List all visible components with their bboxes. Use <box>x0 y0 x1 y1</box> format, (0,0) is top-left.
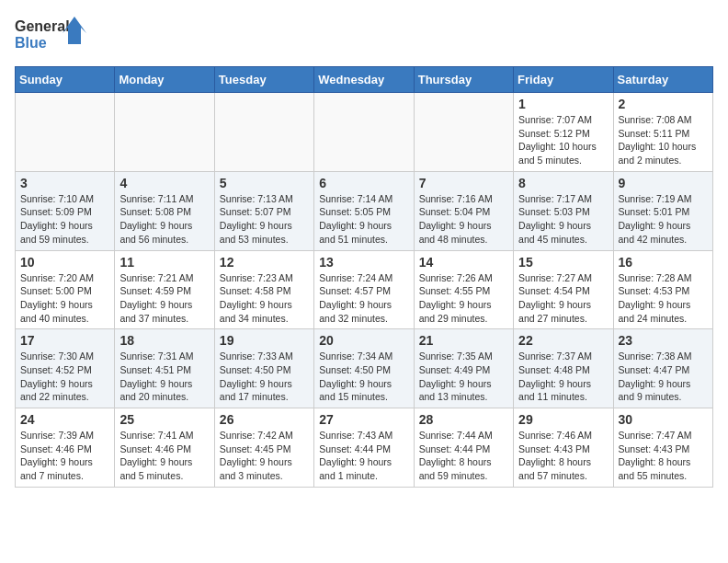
day-number: 7 <box>419 176 508 190</box>
day-cell <box>414 93 513 172</box>
day-cell: 8Sunrise: 7:17 AM Sunset: 5:03 PM Daylig… <box>514 171 613 250</box>
day-cell: 5Sunrise: 7:13 AM Sunset: 5:07 PM Daylig… <box>214 171 313 250</box>
day-cell: 6Sunrise: 7:14 AM Sunset: 5:05 PM Daylig… <box>314 171 414 250</box>
day-cell: 24Sunrise: 7:39 AM Sunset: 4:46 PM Dayli… <box>16 408 115 488</box>
day-cell: 29Sunrise: 7:46 AM Sunset: 4:43 PM Dayli… <box>514 408 613 488</box>
week-row-2: 3Sunrise: 7:10 AM Sunset: 5:09 PM Daylig… <box>16 171 713 250</box>
day-number: 22 <box>518 333 608 348</box>
day-number: 25 <box>119 412 209 427</box>
day-number: 21 <box>419 333 508 348</box>
day-cell: 28Sunrise: 7:44 AM Sunset: 4:44 PM Dayli… <box>414 408 513 488</box>
day-cell: 23Sunrise: 7:38 AM Sunset: 4:47 PM Dayli… <box>613 329 712 408</box>
day-number: 6 <box>319 176 408 190</box>
day-cell <box>16 93 115 172</box>
day-number: 9 <box>619 176 708 190</box>
day-number: 29 <box>518 412 608 427</box>
weekday-header-saturday: Saturday <box>613 67 712 93</box>
day-number: 15 <box>518 255 608 270</box>
day-info: Sunrise: 7:44 AM Sunset: 4:44 PM Dayligh… <box>419 429 508 483</box>
day-info: Sunrise: 7:35 AM Sunset: 4:49 PM Dayligh… <box>419 350 508 404</box>
weekday-header-friday: Friday <box>514 67 613 93</box>
day-info: Sunrise: 7:11 AM Sunset: 5:08 PM Dayligh… <box>119 192 209 247</box>
day-cell: 16Sunrise: 7:28 AM Sunset: 4:53 PM Dayli… <box>613 250 712 329</box>
day-number: 12 <box>220 255 309 270</box>
day-number: 28 <box>419 412 508 427</box>
day-number: 10 <box>20 255 109 270</box>
logo-svg: GeneralBlue <box>15 15 88 55</box>
day-info: Sunrise: 7:14 AM Sunset: 5:05 PM Dayligh… <box>319 192 408 247</box>
day-number: 13 <box>319 255 408 270</box>
day-cell: 2Sunrise: 7:08 AM Sunset: 5:11 PM Daylig… <box>613 93 712 172</box>
day-cell: 4Sunrise: 7:11 AM Sunset: 5:08 PM Daylig… <box>115 171 214 250</box>
day-number: 8 <box>518 176 608 190</box>
day-number: 2 <box>619 97 708 111</box>
day-number: 30 <box>619 412 708 427</box>
weekday-header-sunday: Sunday <box>16 67 115 93</box>
calendar-table: SundayMondayTuesdayWednesdayThursdayFrid… <box>15 66 713 488</box>
day-cell: 11Sunrise: 7:21 AM Sunset: 4:59 PM Dayli… <box>115 250 214 329</box>
day-number: 11 <box>119 255 209 270</box>
weekday-header-thursday: Thursday <box>414 67 513 93</box>
day-cell: 17Sunrise: 7:30 AM Sunset: 4:52 PM Dayli… <box>16 329 115 408</box>
day-number: 24 <box>20 412 109 427</box>
weekday-header-tuesday: Tuesday <box>214 67 313 93</box>
day-info: Sunrise: 7:13 AM Sunset: 5:07 PM Dayligh… <box>220 192 309 247</box>
day-info: Sunrise: 7:07 AM Sunset: 5:12 PM Dayligh… <box>518 113 608 167</box>
day-cell: 27Sunrise: 7:43 AM Sunset: 4:44 PM Dayli… <box>314 408 414 488</box>
day-cell <box>115 93 214 172</box>
day-info: Sunrise: 7:46 AM Sunset: 4:43 PM Dayligh… <box>518 429 608 483</box>
day-cell: 18Sunrise: 7:31 AM Sunset: 4:51 PM Dayli… <box>115 329 214 408</box>
day-info: Sunrise: 7:28 AM Sunset: 4:53 PM Dayligh… <box>619 271 708 326</box>
day-cell: 3Sunrise: 7:10 AM Sunset: 5:09 PM Daylig… <box>16 171 115 250</box>
day-number: 26 <box>220 412 309 427</box>
svg-text:Blue: Blue <box>15 35 47 51</box>
day-number: 14 <box>419 255 508 270</box>
day-number: 27 <box>319 412 408 427</box>
day-cell <box>214 93 313 172</box>
day-cell: 21Sunrise: 7:35 AM Sunset: 4:49 PM Dayli… <box>414 329 513 408</box>
day-number: 5 <box>220 176 309 190</box>
weekday-header-monday: Monday <box>115 67 214 93</box>
day-cell: 10Sunrise: 7:20 AM Sunset: 5:00 PM Dayli… <box>16 250 115 329</box>
week-row-4: 17Sunrise: 7:30 AM Sunset: 4:52 PM Dayli… <box>16 329 713 408</box>
day-cell: 14Sunrise: 7:26 AM Sunset: 4:55 PM Dayli… <box>414 250 513 329</box>
day-cell: 15Sunrise: 7:27 AM Sunset: 4:54 PM Dayli… <box>514 250 613 329</box>
day-cell: 26Sunrise: 7:42 AM Sunset: 4:45 PM Dayli… <box>214 408 313 488</box>
day-info: Sunrise: 7:31 AM Sunset: 4:51 PM Dayligh… <box>119 350 209 404</box>
day-number: 1 <box>518 97 608 111</box>
day-info: Sunrise: 7:24 AM Sunset: 4:57 PM Dayligh… <box>319 271 408 326</box>
day-info: Sunrise: 7:39 AM Sunset: 4:46 PM Dayligh… <box>20 429 109 483</box>
day-number: 19 <box>220 333 309 348</box>
day-cell: 22Sunrise: 7:37 AM Sunset: 4:48 PM Dayli… <box>514 329 613 408</box>
day-info: Sunrise: 7:26 AM Sunset: 4:55 PM Dayligh… <box>419 271 508 326</box>
header: GeneralBlue <box>15 15 713 55</box>
day-info: Sunrise: 7:30 AM Sunset: 4:52 PM Dayligh… <box>20 350 109 404</box>
day-info: Sunrise: 7:23 AM Sunset: 4:58 PM Dayligh… <box>220 271 309 326</box>
day-info: Sunrise: 7:08 AM Sunset: 5:11 PM Dayligh… <box>619 113 708 167</box>
day-cell: 12Sunrise: 7:23 AM Sunset: 4:58 PM Dayli… <box>214 250 313 329</box>
day-info: Sunrise: 7:42 AM Sunset: 4:45 PM Dayligh… <box>220 429 309 483</box>
day-info: Sunrise: 7:10 AM Sunset: 5:09 PM Dayligh… <box>20 192 109 247</box>
day-number: 4 <box>119 176 209 190</box>
day-number: 3 <box>20 176 109 190</box>
day-info: Sunrise: 7:20 AM Sunset: 5:00 PM Dayligh… <box>20 271 109 326</box>
day-cell <box>314 93 414 172</box>
day-number: 18 <box>119 333 209 348</box>
day-cell: 20Sunrise: 7:34 AM Sunset: 4:50 PM Dayli… <box>314 329 414 408</box>
day-info: Sunrise: 7:38 AM Sunset: 4:47 PM Dayligh… <box>619 350 708 404</box>
day-info: Sunrise: 7:34 AM Sunset: 4:50 PM Dayligh… <box>319 350 408 404</box>
day-number: 23 <box>619 333 708 348</box>
day-number: 17 <box>20 333 109 348</box>
day-info: Sunrise: 7:21 AM Sunset: 4:59 PM Dayligh… <box>119 271 209 326</box>
day-cell: 25Sunrise: 7:41 AM Sunset: 4:46 PM Dayli… <box>115 408 214 488</box>
day-number: 20 <box>319 333 408 348</box>
day-info: Sunrise: 7:43 AM Sunset: 4:44 PM Dayligh… <box>319 429 408 483</box>
week-row-1: 1Sunrise: 7:07 AM Sunset: 5:12 PM Daylig… <box>16 93 713 172</box>
weekday-header-wednesday: Wednesday <box>314 67 414 93</box>
day-info: Sunrise: 7:47 AM Sunset: 4:43 PM Dayligh… <box>619 429 708 483</box>
day-info: Sunrise: 7:33 AM Sunset: 4:50 PM Dayligh… <box>220 350 309 404</box>
weekday-header-row: SundayMondayTuesdayWednesdayThursdayFrid… <box>16 67 713 93</box>
day-info: Sunrise: 7:41 AM Sunset: 4:46 PM Dayligh… <box>119 429 209 483</box>
day-info: Sunrise: 7:27 AM Sunset: 4:54 PM Dayligh… <box>518 271 608 326</box>
week-row-5: 24Sunrise: 7:39 AM Sunset: 4:46 PM Dayli… <box>16 408 713 488</box>
